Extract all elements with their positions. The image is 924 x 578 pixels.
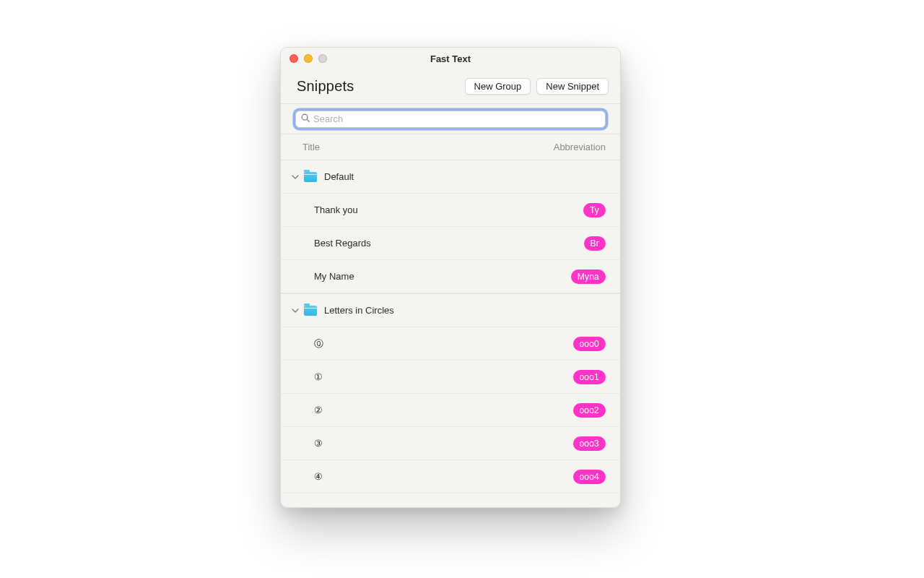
folder-icon: [304, 172, 317, 182]
abbreviation-badge: Ty: [583, 203, 606, 217]
abbreviation-badge: ooo2: [573, 403, 606, 418]
chevron-down-icon: [291, 173, 300, 181]
snippet-row[interactable]: ④ooo4: [281, 460, 620, 493]
snippet-title: ④: [314, 471, 573, 482]
snippet-title: ③: [314, 438, 573, 449]
abbreviation-badge: ooo0: [573, 337, 606, 351]
snippet-row[interactable]: ⓪ooo0: [281, 327, 620, 361]
snippet-title: ①: [314, 371, 573, 382]
search-input[interactable]: [310, 113, 601, 124]
group-name-label: Letters in Circles: [324, 305, 394, 316]
new-group-button[interactable]: New Group: [465, 78, 531, 95]
abbreviation-badge: ooo3: [573, 436, 606, 451]
abbreviation-badge: Br: [584, 236, 606, 251]
snippet-list-scroll[interactable]: DefaultThank youTyBest RegardsBrMy NameM…: [281, 160, 620, 507]
column-headers: Title Abbreviation: [281, 134, 620, 160]
abbreviation-badge: Myna: [571, 269, 606, 284]
svg-line-1: [307, 119, 309, 121]
snippet-title: Thank you: [314, 204, 583, 215]
search-field[interactable]: [295, 111, 606, 128]
titlebar: Fast Text: [281, 48, 620, 69]
abbreviation-badge: ooo1: [573, 370, 606, 384]
page-title: Snippets: [297, 78, 459, 95]
abbreviation-badge: ooo4: [573, 470, 606, 484]
search-bar: [281, 104, 620, 134]
snippet-row[interactable]: ①ooo1: [281, 361, 620, 394]
zoom-window-button[interactable]: [318, 54, 327, 63]
folder-icon: [304, 306, 317, 316]
snippet-row[interactable]: ②ooo2: [281, 394, 620, 427]
snippet-group: DefaultThank youTyBest RegardsBrMy NameM…: [281, 160, 620, 294]
group-name-label: Default: [324, 171, 354, 182]
column-abbreviation: Abbreviation: [554, 142, 606, 152]
column-title: Title: [302, 142, 554, 152]
app-window: Fast Text Snippets New Group New Snippet…: [280, 47, 621, 508]
chevron-down-icon: [291, 306, 300, 315]
toolbar: Snippets New Group New Snippet: [281, 69, 620, 104]
snippet-row[interactable]: My NameMyna: [281, 260, 620, 293]
snippet-row[interactable]: Thank youTy: [281, 194, 620, 227]
close-window-button[interactable]: [289, 54, 298, 63]
window-title: Fast Text: [281, 53, 620, 64]
snippet-group: Letters in Circles⓪ooo0①ooo1②ooo2③ooo3④o…: [281, 294, 620, 493]
group-header[interactable]: Letters in Circles: [281, 294, 620, 327]
snippet-title: Best Regards: [314, 238, 584, 249]
window-controls: [289, 54, 327, 63]
snippet-row[interactable]: Best RegardsBr: [281, 227, 620, 260]
minimize-window-button[interactable]: [304, 54, 313, 63]
new-snippet-button[interactable]: New Snippet: [536, 78, 609, 95]
snippet-row[interactable]: ③ooo3: [281, 427, 620, 460]
snippet-title: My Name: [314, 271, 571, 282]
snippet-title: ⓪: [314, 337, 573, 350]
group-header[interactable]: Default: [281, 160, 620, 194]
snippet-title: ②: [314, 405, 573, 415]
search-icon: [300, 113, 310, 125]
